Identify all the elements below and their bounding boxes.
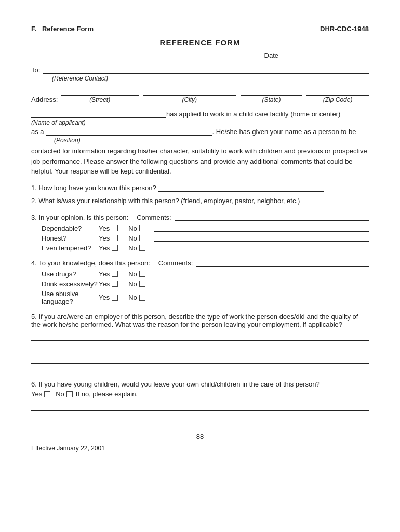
q4-drink-row: Drink excessively? Yes No [42,280,369,288]
q3-dependable-label: Dependable? [42,224,99,232]
q4-language-comment-line[interactable] [154,294,369,301]
form-title: REFERENCE FORM [31,38,369,47]
q3-eventempered-no-checkbox[interactable] [139,245,145,251]
page-container: F. Reference Form DHR-CDC-1948 REFERENCE… [0,0,400,532]
q3-dependable-no-group: No [128,224,149,232]
zip-label: (Zip Code) [306,96,369,103]
q4-language-no-checkbox[interactable] [139,295,145,301]
applicant-name-row: has applied to work in a child care faci… [31,110,369,118]
q3-honest-no-group: No [128,234,149,242]
q2-answer-line[interactable] [31,208,369,208]
section-title: Reference Form [42,25,94,33]
street-label: (Street) [61,96,139,103]
q4-drugs-yes-checkbox[interactable] [112,271,118,277]
position-label: (Position) [54,137,369,144]
q6-answer-line-1[interactable] [31,402,369,411]
state-field-wrap: (State) [241,87,303,103]
street-field[interactable] [61,87,139,96]
q3-eventempered-yes-group: Yes [99,244,123,252]
q6-no-checkbox[interactable] [66,391,73,397]
to-field[interactable] [43,65,369,74]
q3-dependable-yes-group: Yes [99,224,123,232]
form-code: DHR-CDC-1948 [320,25,369,33]
q4-drink-yes-checkbox[interactable] [112,281,118,287]
q5-text: 5. If you are/were an employer of this p… [31,313,358,328]
q3-eventempered-row: Even tempered? Yes No [42,244,369,252]
applicant-name-field[interactable] [31,110,166,118]
q3-dependable-row: Dependable? Yes No [42,224,369,232]
address-row: Address: (Street) (City) (State) (Zip Co… [31,87,369,103]
q4-language-no-group: No [128,294,149,301]
q4-language-yes-group: Yes [99,294,123,301]
to-row: To: [31,65,369,74]
q4-drugs-no-label: No [128,270,137,278]
state-field[interactable] [241,87,303,96]
q3-dependable-no-label: No [128,224,137,232]
applicant-text-1: has applied to work in a child care faci… [166,110,340,118]
q6-answer-line-2[interactable] [31,413,369,422]
q3-honest-row: Honest? Yes No [42,234,369,242]
position-field[interactable] [46,127,212,136]
q3-honest-no-checkbox[interactable] [139,235,145,241]
q3-text: 3. In your opinion, is this person: [31,214,128,221]
q4-drink-comment-line[interactable] [154,280,369,287]
q6-yes-checkbox[interactable] [44,391,50,397]
q4-drink-yes-label: Yes [99,280,110,288]
q6-yes-no-row: Yes No If no, please explain. [31,390,369,398]
question-6: 6. If you have young children, would you… [31,380,369,388]
q6-no-label: No [56,390,64,398]
q4-language-no-label: No [128,294,137,301]
q3-honest-yes-checkbox[interactable] [112,235,118,241]
q4-drink-no-checkbox[interactable] [139,281,145,287]
q5-answer-line-1[interactable] [31,331,369,341]
q3-comments-label: Comments: [137,214,171,221]
q3-dependable-comment-line[interactable] [154,224,369,232]
q5-answer-lines [31,331,369,375]
q3-dependable-no-checkbox[interactable] [139,225,145,231]
q3-dependable-yes-checkbox[interactable] [112,225,118,231]
q3-eventempered-no-label: No [128,244,137,252]
q4-drugs-comment-line[interactable] [154,270,369,277]
q3-honest-comment-line[interactable] [154,234,369,242]
date-field[interactable] [281,51,369,59]
q3-eventempered-no-group: No [128,244,149,252]
q6-explain-field[interactable] [141,390,369,398]
q3-comments-field[interactable] [175,214,369,221]
position-text: . He/she has given your name as a person… [212,128,356,136]
q4-language-yes-checkbox[interactable] [112,295,118,301]
q5-answer-line-4[interactable] [31,366,369,375]
q4-drink-no-label: No [128,280,137,288]
section-label: F. Reference Form [31,25,94,33]
q3-honest-yes-label: Yes [99,234,110,242]
q4-drink-yes-group: Yes [99,280,123,288]
page-number: 88 [31,433,369,441]
zip-field[interactable] [306,87,369,96]
q6-yes-label: Yes [31,390,42,398]
q5-answer-line-3[interactable] [31,354,369,364]
q2-text: 2. What is/was your relationship with th… [31,197,300,205]
q4-drugs-no-checkbox[interactable] [139,271,145,277]
q3-eventempered-yes-label: Yes [99,244,110,252]
city-field[interactable] [143,87,236,96]
q4-drugs-yes-group: Yes [99,270,123,278]
q5-answer-line-2[interactable] [31,343,369,352]
q4-checkbox-rows: Use drugs? Yes No Drink excessively? Yes [42,270,369,305]
q4-comments-field[interactable] [196,259,369,267]
question-3-section: 3. In your opinion, is this person: Comm… [31,214,369,252]
date-row: Date [31,51,369,59]
q4-language-yes-label: Yes [99,294,110,301]
q3-eventempered-yes-checkbox[interactable] [112,245,118,251]
street-field-wrap: (Street) [61,87,139,103]
q3-eventempered-comment-line[interactable] [154,244,369,251]
q1-answer-field[interactable] [158,184,324,192]
q3-honest-no-label: No [128,234,137,242]
address-label: Address: [31,96,58,103]
as-a-label: as a [31,128,44,136]
q4-drink-label: Drink excessively? [42,280,99,288]
intro-paragraph: contacted for information regarding his/… [31,146,369,177]
reference-contact-label: (Reference Contact) [52,75,369,82]
q3-dependable-yes-label: Yes [99,224,110,232]
question-1: 1. How long have you known this person? [31,184,369,192]
section-f: F. [31,25,36,33]
question-2: 2. What is/was your relationship with th… [31,197,369,208]
